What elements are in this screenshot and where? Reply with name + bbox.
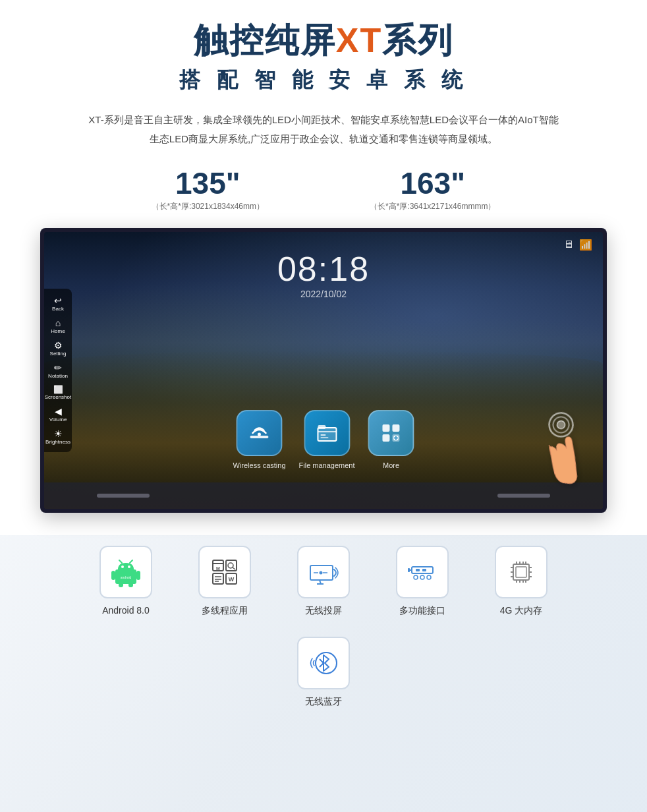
memory-label: 4G 大内存 (500, 605, 543, 617)
volume-icon: ◀ (55, 407, 62, 416)
page-description: XT-系列是音王自主研发，集成全球领先的LED小间距技术、智能安卓系统智慧LED… (86, 111, 561, 148)
bottom-pill-left (97, 494, 150, 498)
title-highlight: XT (336, 21, 382, 59)
wifi-icon: 📶 (579, 239, 592, 251)
setting-label: Setting (50, 351, 67, 357)
svg-rect-6 (320, 437, 328, 438)
svg-rect-45 (422, 569, 426, 571)
svg-rect-5 (320, 434, 325, 436)
svg-rect-20 (111, 571, 115, 580)
svg-rect-44 (416, 569, 420, 571)
back-icon: ↩ (54, 296, 62, 305)
multiport-label: 多功能接口 (399, 605, 445, 617)
bluetooth-label: 无线蓝牙 (305, 696, 342, 708)
features-section: android Android 8.0 M (40, 546, 607, 708)
sidebar-brightness-btn[interactable]: ☀ Brightness (48, 427, 68, 447)
volume-label: Volume (49, 417, 67, 422)
bluetooth-icon-box (297, 637, 350, 689)
clock-date: 2022/10/02 (277, 289, 370, 299)
svg-rect-0 (250, 436, 268, 438)
svg-text:M: M (216, 566, 220, 571)
spec-dims-163: （长*高*厚:3641x2171x46mmmm） (370, 201, 495, 212)
feature-multiport: 多功能接口 (383, 546, 462, 617)
svg-rect-21 (136, 571, 140, 580)
svg-line-34 (233, 567, 235, 569)
home-icon: ⌂ (55, 318, 61, 328)
sidebar-setting-btn[interactable]: ⚙ Setting (48, 339, 68, 359)
setting-icon: ⚙ (54, 341, 63, 350)
svg-point-49 (420, 575, 424, 579)
notation-icon: ✏ (54, 363, 62, 372)
svg-point-50 (427, 575, 431, 579)
svg-rect-52 (516, 567, 526, 577)
svg-rect-28 (213, 573, 223, 584)
svg-point-40 (320, 571, 323, 575)
memory-icon-box (495, 546, 548, 598)
feature-bluetooth: 无线蓝牙 (284, 637, 363, 708)
screen-mockup: 🖥 📶 ↩ Back ⌂ Home ⚙ Setting (40, 228, 607, 513)
multiapp-label: 多线程应用 (202, 605, 248, 617)
back-label: Back (52, 306, 64, 312)
svg-rect-23 (128, 583, 133, 587)
file-management-label: File management (299, 461, 355, 469)
android-label: Android 8.0 (102, 605, 150, 616)
page-subtitle: 搭 配 智 能 安 卓 系 统 (40, 66, 607, 95)
notation-label: Notation (48, 373, 68, 379)
android-icon-box: android (99, 546, 152, 598)
more-icon (368, 410, 414, 456)
svg-rect-22 (119, 583, 123, 587)
wireless-icon-box (297, 546, 350, 598)
spec-size-135: 135" (152, 168, 264, 198)
file-management-icon (304, 410, 350, 456)
cast-icon: 🖥 (563, 239, 574, 251)
screen-bottom-bar (44, 482, 603, 509)
screen-display: 🖥 📶 ↩ Back ⌂ Home ⚙ Setting (44, 232, 603, 509)
brightness-icon: ☀ (54, 429, 63, 438)
svg-rect-4 (318, 425, 325, 429)
feature-wireless: 无线投屏 (284, 546, 363, 617)
sidebar-volume-btn[interactable]: ◀ Volume (48, 405, 68, 424)
app-more[interactable]: More (368, 410, 414, 469)
screen-sidebar[interactable]: ↩ Back ⌂ Home ⚙ Setting ✏ Notation (44, 289, 72, 452)
screen-clock: 08:18 2022/10/02 (277, 252, 370, 299)
svg-rect-9 (383, 434, 390, 442)
home-label: Home (51, 328, 65, 334)
svg-line-19 (130, 560, 132, 563)
svg-rect-7 (383, 424, 390, 432)
spec-dims-135: （长*高*厚:3021x1834x46mm） (152, 201, 264, 212)
svg-text:W: W (229, 576, 235, 583)
svg-point-1 (258, 433, 261, 436)
svg-point-67 (316, 652, 337, 674)
specs-section: 135" （长*高*厚:3021x1834x46mm） 163" （长*高*厚:… (40, 168, 607, 212)
screenshot-label: Screenshot (45, 394, 71, 400)
feature-android: android Android 8.0 (86, 546, 165, 617)
screenshot-icon: ⬜ (53, 386, 63, 393)
feature-memory: 4G 大内存 (482, 546, 561, 617)
spec-size-163: 163" (370, 168, 495, 198)
spec-item-135: 135" （长*高*厚:3021x1834x46mm） (152, 168, 264, 212)
sidebar-back-btn[interactable]: ↩ Back (48, 294, 68, 314)
svg-point-16 (121, 566, 124, 568)
screen-apps: Wireless casting (233, 410, 414, 469)
spec-item-163: 163" （长*高*厚:3641x2171x46mmmm） (370, 168, 495, 212)
svg-line-18 (119, 560, 122, 563)
wireless-casting-label: Wireless casting (233, 461, 285, 469)
multiport-icon-box (396, 546, 449, 598)
svg-rect-2 (318, 428, 336, 441)
sidebar-home-btn[interactable]: ⌂ Home (48, 316, 68, 336)
svg-point-17 (128, 566, 130, 568)
brightness-label: Brightness (45, 439, 70, 445)
app-wireless-casting[interactable]: Wireless casting (233, 410, 285, 469)
svg-rect-8 (393, 424, 400, 432)
svg-point-33 (228, 563, 233, 568)
svg-text:android: android (121, 575, 132, 579)
feature-multiapp: M W 多线程应用 (185, 546, 264, 617)
more-label: More (383, 461, 399, 469)
sidebar-screenshot-btn[interactable]: ⬜ Screenshot (48, 384, 68, 402)
multiapp-icon-box: M W (198, 546, 251, 598)
screen-status-icons: 🖥 📶 (563, 239, 592, 251)
app-file-management[interactable]: File management (299, 410, 355, 469)
svg-rect-47 (408, 568, 410, 572)
sidebar-notation-btn[interactable]: ✏ Notation (48, 361, 68, 381)
wireless-label: 无线投屏 (305, 605, 342, 617)
